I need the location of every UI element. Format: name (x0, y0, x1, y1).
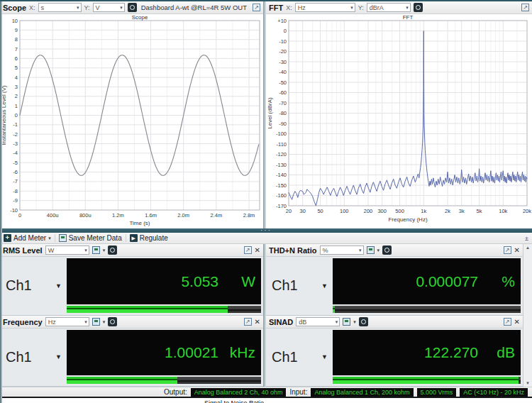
meter-bar-fill (67, 306, 228, 313)
chevron-down-icon: ▼ (55, 353, 62, 360)
meter-popout-icon[interactable]: ↗ (244, 246, 252, 254)
svg-text:-10: -10 (10, 207, 18, 214)
fft-settings-icon[interactable] (414, 3, 423, 12)
meter-display-mode-icon[interactable] (92, 318, 100, 326)
meter-display: 1.00021 kHz (67, 330, 261, 375)
meter-body: Ch1 ▼ 122.270 dB (266, 329, 523, 386)
meter-panel-frequency: Frequency Hz▾ ▾ ↗ ✕ Ch1 ▼ 1.00021 (0, 316, 263, 387)
regulate-button[interactable]: ▶ Regulate (130, 234, 168, 242)
meter-display-mode-icon[interactable] (92, 246, 100, 254)
scope-chart: -10-9-8-7-6-5-4-3-2-10123456789100400u80… (0, 14, 263, 228)
svg-text:Time (s): Time (s) (129, 220, 150, 226)
fft-chart-svg: -170-160-150-140-130-120-110-100-90-80-7… (266, 14, 532, 228)
frequency-unit-value: Hz (48, 319, 56, 326)
scroll-down-icon[interactable]: ▼ (526, 381, 530, 385)
scope-y-unit-select[interactable]: V▾ (93, 3, 125, 12)
svg-text:3k: 3k (459, 208, 465, 214)
plot-dock: Scope X: s▾ Y: V▾ Dashboard A-wt @RL=4R … (0, 1, 532, 228)
save-meter-data-button[interactable]: Save Meter Data (59, 234, 122, 242)
svg-text:800u: 800u (79, 212, 92, 219)
input-config-badge[interactable]: Analog Balanced 1 Ch, 200 kohm (311, 388, 413, 397)
chevron-down-icon: ▾ (120, 5, 123, 11)
close-icon[interactable]: ✕ (514, 247, 520, 254)
level-badge[interactable]: 5.000 Vrms (417, 388, 457, 397)
meter-settings-icon[interactable] (108, 317, 117, 326)
svg-text:-80: -80 (279, 110, 287, 116)
dock-splitter-horizontal[interactable]: ··· (0, 228, 532, 233)
meter-popout-icon[interactable]: ↗ (244, 318, 252, 326)
svg-text:2.8m: 2.8m (243, 212, 255, 219)
meter-readout: 5.053 W (67, 258, 261, 313)
meter-body: Ch1 ▼ 0.000077 % (266, 257, 523, 315)
chevron-down-icon: ▾ (77, 5, 79, 11)
svg-text:100: 100 (340, 208, 349, 214)
output-label: Output: (164, 388, 187, 396)
meter-readout: 122.270 dB (333, 330, 521, 384)
meter-popout-icon[interactable]: ↗ (504, 318, 511, 326)
meter-header: Frequency Hz▾ ▾ ↗ ✕ (0, 316, 263, 329)
fft-chart: -170-160-150-140-130-120-110-100-90-80-7… (266, 14, 532, 228)
bandwidth-badge[interactable]: AC (<10 Hz) - 20 kHz (460, 388, 528, 397)
close-icon[interactable]: ✕ (255, 247, 260, 254)
x-axis-prefix: X: (286, 4, 292, 11)
partial-window-title: Signal to Noise Ratio (204, 399, 264, 403)
scroll-up-icon[interactable]: ▲ (526, 245, 530, 250)
svg-text:-120: -120 (276, 151, 287, 158)
svg-text:20k: 20k (523, 208, 531, 214)
meter-value-unit: % (478, 273, 515, 290)
svg-text:-110: -110 (277, 141, 287, 148)
svg-text:-130: -130 (276, 162, 287, 168)
meter-scrollbar[interactable]: ▲ ▼ (523, 244, 532, 387)
meter-value-unit: dB (478, 344, 515, 361)
close-icon[interactable]: ✕ (514, 319, 520, 326)
output-config-badge[interactable]: Analog Balanced 2 Ch, 40 ohm (191, 388, 287, 397)
scope-x-unit-select[interactable]: s▾ (38, 3, 82, 12)
meter-readout: 0.000077 % (333, 258, 521, 313)
rms-unit-select[interactable]: W▾ (45, 245, 89, 255)
scope-settings-icon[interactable] (128, 3, 137, 12)
svg-text:FFT: FFT (403, 14, 414, 21)
meter-popout-icon[interactable]: ↗ (504, 246, 511, 254)
meter-settings-icon[interactable] (108, 245, 117, 255)
add-meter-button[interactable]: + Add Meter ▾ (4, 234, 51, 242)
chevron-down-icon: ▼ (55, 282, 62, 289)
svg-text:-140: -140 (276, 172, 287, 178)
partial-window-below: Signal to Noise Ratio (0, 397, 532, 403)
x-axis-prefix: X: (29, 4, 35, 11)
close-icon[interactable]: ✕ (255, 319, 260, 326)
fft-popout-icon[interactable]: ↗ (521, 4, 529, 11)
meter-header: THD+N Ratio %▾ ▾ ↗ ✕ (266, 244, 523, 257)
channel-selector[interactable]: Ch1 ▼ (0, 330, 67, 384)
meter-display-mode-icon[interactable] (367, 246, 375, 254)
pin-icon[interactable]: ± (525, 235, 528, 242)
meter-display: 122.270 dB (333, 330, 521, 375)
meter-bar-track (67, 306, 261, 313)
toolbar-separator (126, 234, 126, 242)
frequency-unit-select[interactable]: Hz▾ (45, 317, 89, 326)
channel-selector[interactable]: Ch1 ▼ (266, 258, 333, 313)
chevron-down-icon: ▼ (321, 282, 328, 289)
svg-text:-8: -8 (13, 188, 18, 194)
chevron-down-icon: ▾ (359, 248, 362, 253)
thdn-unit-select[interactable]: %▾ (320, 245, 364, 255)
fft-y-unit-select[interactable]: dBrA▾ (367, 3, 411, 12)
channel-selector[interactable]: Ch1 ▼ (266, 330, 333, 384)
sinad-unit-select[interactable]: dB▾ (296, 317, 340, 326)
fft-panel-title: FFT (269, 4, 283, 12)
svg-text:-7: -7 (13, 178, 18, 184)
fft-x-unit-select[interactable]: Hz▾ (295, 3, 355, 12)
meter-value: 122.270 (424, 344, 478, 361)
meter-settings-icon[interactable] (382, 245, 392, 255)
scope-popout-icon[interactable]: ↗ (253, 4, 260, 11)
save-meter-data-label: Save Meter Data (69, 234, 122, 242)
channel-selector[interactable]: Ch1 ▼ (0, 258, 67, 313)
svg-text:+10: +10 (277, 18, 287, 24)
meter-settings-icon[interactable] (359, 317, 368, 326)
scope-panel-title: Scope (3, 4, 26, 12)
meter-panel-rms-level: RMS Level W▾ ▾ ↗ ✕ Ch1 ▼ 5.053 (0, 244, 263, 316)
meter-value-unit: kHz (218, 344, 255, 361)
y-axis-prefix: Y: (84, 4, 90, 11)
scope-panel: Scope X: s▾ Y: V▾ Dashboard A-wt @RL=4R … (0, 1, 263, 228)
meter-display-mode-icon[interactable] (343, 318, 350, 326)
svg-text:-170: -170 (276, 203, 287, 209)
